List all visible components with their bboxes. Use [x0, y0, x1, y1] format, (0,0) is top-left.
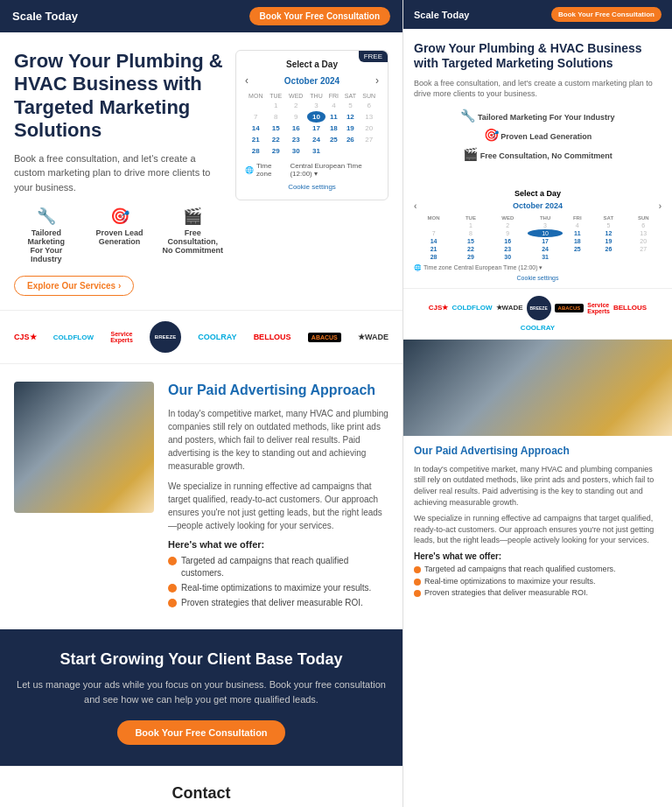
hero-feature-2-label: Proven LeadGeneration — [88, 228, 152, 246]
cal-day — [245, 100, 267, 111]
rcal-day[interactable]: 21 — [414, 245, 453, 253]
rcal-day: 5 — [592, 221, 625, 229]
cal-day[interactable]: 21 — [245, 134, 267, 145]
cal-day[interactable]: 19 — [341, 123, 359, 134]
cta-btn[interactable]: Book Your Free Consultation — [117, 720, 284, 745]
rcal-day: 1 — [453, 221, 488, 229]
right-cookie-link[interactable]: Cookie settings — [414, 275, 662, 281]
cal-badge: FREE — [359, 51, 388, 62]
list-item-3: Proven strategies that deliver measurabl… — [168, 597, 388, 609]
rcal-day — [563, 253, 592, 261]
cal-header-thu: THU — [307, 92, 326, 100]
rcal-day[interactable]: 31 — [528, 253, 563, 261]
rcal-day: 3 — [528, 221, 563, 229]
right-paid-content: Our Paid Advertising Approach In today's… — [403, 436, 672, 609]
globe-icon: 🌐 — [245, 166, 254, 174]
right-hero: Grow Your Plumbing & HVAC Business with … — [403, 29, 672, 182]
cal-day-today[interactable]: 10 — [307, 111, 326, 123]
right-logo-breeze: BREEZE — [527, 296, 551, 320]
rcal-day[interactable]: 24 — [528, 245, 563, 253]
cal-day: 20 — [359, 123, 379, 134]
right-tz-value[interactable]: Central European Time (12:00) ▾ — [453, 264, 542, 271]
right-list-item-3: Proven strategies that deliver measurabl… — [414, 588, 662, 599]
cal-day[interactable]: 18 — [326, 123, 341, 134]
rcal-day[interactable]: 23 — [488, 245, 528, 253]
right-logos-strip: CJS★ COLDFLOW ★WADE BREEZE ABACUS Servic… — [403, 288, 672, 340]
cal-select-day: Select a Day — [245, 60, 379, 69]
right-feature-3: 🎬 Free Consultation, No Commitment — [414, 147, 662, 161]
left-panel: Scale Today Book Your Free Consultation … — [0, 0, 402, 807]
cal-timezone: 🌐 Time zone Central European Time (12:00… — [245, 162, 379, 178]
rcal-day[interactable]: 28 — [414, 253, 453, 261]
rcal-fri: FRI — [563, 214, 592, 221]
rcal-day[interactable]: 19 — [592, 237, 625, 245]
right-feature-2: 🎯 Proven Lead Generation — [414, 128, 662, 142]
hero-feature-1-label: Tailored MarketingFor Your Industry — [14, 228, 79, 263]
right-paid-image — [403, 340, 672, 436]
cal-next-btn[interactable]: › — [375, 74, 379, 87]
rcal-day[interactable]: 30 — [488, 253, 528, 261]
rcal-day[interactable]: 25 — [563, 245, 592, 253]
wrench-icon: 🔧 — [14, 207, 79, 226]
left-hero: Grow Your Plumbing & HVAC Business with … — [0, 32, 402, 310]
cal-cookie-link[interactable]: Cookie settings — [245, 183, 379, 191]
rcal-day: 7 — [414, 229, 453, 237]
right-paid-body: We specialize in running effective ad ca… — [414, 513, 662, 546]
rcal-day[interactable]: 26 — [592, 245, 625, 253]
rcal-day[interactable]: 22 — [453, 245, 488, 253]
rcal-day[interactable]: 14 — [414, 237, 453, 245]
cal-day[interactable]: 12 — [341, 111, 359, 123]
rcal-day — [592, 253, 625, 261]
cal-day[interactable]: 24 — [307, 134, 326, 145]
contact-title: Contact — [18, 784, 385, 803]
cal-day[interactable]: 23 — [285, 134, 307, 145]
paid-title: Our Paid Advertising Approach — [168, 382, 388, 398]
rcal-day: 6 — [626, 221, 662, 229]
cal-day[interactable]: 14 — [245, 123, 267, 134]
cal-day — [341, 145, 359, 157]
rcal-day[interactable]: 17 — [528, 237, 563, 245]
cal-day[interactable]: 16 — [285, 123, 307, 134]
cal-prev-btn[interactable]: ‹ — [245, 74, 248, 87]
right-header-cta[interactable]: Book Your Free Consultation — [551, 7, 662, 22]
rcal-day — [626, 253, 662, 261]
cal-day[interactable]: 30 — [285, 145, 307, 157]
cal-day — [359, 145, 379, 157]
cal-day[interactable]: 31 — [307, 145, 326, 157]
explore-services-btn[interactable]: Explore Our Services › — [14, 276, 134, 296]
right-logo-bellous: BELLOUS — [613, 304, 647, 312]
rcal-day[interactable]: 29 — [453, 253, 488, 261]
cal-day[interactable]: 28 — [245, 145, 267, 157]
rcal-day[interactable]: 16 — [488, 237, 528, 245]
right-logo-service: ServiceExperts — [587, 302, 610, 314]
cal-day[interactable]: 25 — [326, 134, 341, 145]
right-cal-title: Select a Day — [414, 189, 662, 198]
rcal-day[interactable]: 18 — [563, 237, 592, 245]
cal-timezone-value[interactable]: Central European Time (12:00) ▾ — [290, 162, 379, 178]
cal-day: 7 — [245, 111, 267, 123]
rcal-day[interactable]: 12 — [592, 229, 625, 237]
rcal-day-today[interactable]: 10 — [528, 229, 563, 237]
right-cal-prev[interactable]: ‹ — [414, 201, 416, 211]
cta-subtitle: Let us manage your ads while you focus o… — [14, 677, 388, 706]
logo-service-experts: ServiceExperts — [110, 331, 133, 343]
right-video-icon: 🎬 — [463, 147, 478, 161]
cal-day[interactable]: 17 — [307, 123, 326, 134]
left-header-cta[interactable]: Book Your Free Consultation — [249, 7, 390, 25]
right-calendar: Select a Day ‹ October 2024 › MON TUE WE… — [414, 189, 662, 281]
list-dot-3 — [168, 599, 177, 607]
cal-day[interactable]: 15 — [267, 123, 285, 134]
cal-day[interactable]: 26 — [341, 134, 359, 145]
right-list-dot-2 — [414, 579, 421, 586]
cal-day: 27 — [359, 134, 379, 145]
right-cal-nav: ‹ October 2024 › — [414, 201, 662, 211]
cal-day[interactable]: 29 — [267, 145, 285, 157]
cal-day[interactable]: 11 — [326, 111, 341, 123]
right-list-item-2: Real-time optimizations to maximize your… — [414, 577, 662, 587]
rcal-day[interactable]: 11 — [563, 229, 592, 237]
right-cal-next[interactable]: › — [659, 201, 662, 211]
cal-day[interactable]: 22 — [267, 134, 285, 145]
rcal-day[interactable]: 15 — [453, 237, 488, 245]
logo-wade: ★WADE — [358, 333, 388, 341]
right-paid-list: Targeted ad campaigns that reach qualifi… — [414, 565, 662, 599]
